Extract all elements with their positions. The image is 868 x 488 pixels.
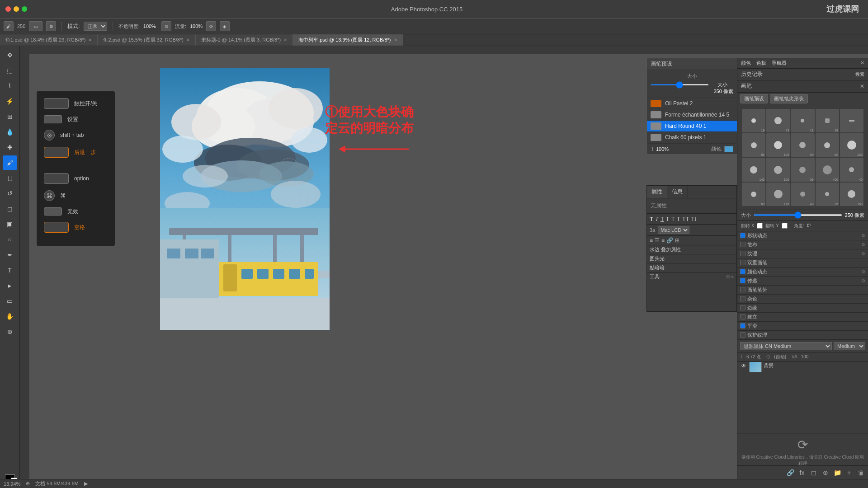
- brush-tip-18[interactable]: 25: [816, 183, 839, 206]
- zoom-level[interactable]: 13.94%: [4, 481, 20, 487]
- text-style-underline[interactable]: T: [660, 216, 664, 222]
- space-key[interactable]: [44, 222, 69, 233]
- magic-wand-tool[interactable]: ⚡: [3, 94, 17, 108]
- noise-check[interactable]: [740, 296, 745, 301]
- flow-value[interactable]: 100%: [190, 23, 203, 29]
- text-style-subscript[interactable]: T: [677, 216, 680, 222]
- eye-icon-7[interactable]: 👁: [740, 362, 747, 370]
- tab-close-0[interactable]: ✕: [88, 38, 92, 42]
- tablet-icon[interactable]: ⟳: [206, 21, 216, 31]
- move-tool[interactable]: ✥: [3, 48, 17, 62]
- flip-x-label[interactable]: 翻转 X: [741, 223, 754, 229]
- align-right-icon[interactable]: ≡: [661, 237, 665, 244]
- brush-tip-15[interactable]: 50: [742, 183, 765, 206]
- tab-swatches[interactable]: 色板: [756, 60, 766, 66]
- stamp-tool[interactable]: ⎕: [3, 171, 17, 185]
- brush-tip-4[interactable]: [840, 109, 863, 132]
- font-family-select[interactable]: 思源黑体 CN Medium: [740, 342, 832, 350]
- add-mask-btn[interactable]: ◻: [809, 468, 818, 477]
- airbrush-icon[interactable]: ⊙: [161, 21, 171, 31]
- brush-tip-16[interactable]: 175: [766, 183, 790, 206]
- brush-tip-3[interactable]: 18: [816, 109, 839, 132]
- text-style-superscript[interactable]: T: [671, 216, 675, 222]
- brush-option-noise[interactable]: 杂色: [737, 295, 868, 304]
- path-selection-tool[interactable]: ▸: [3, 278, 17, 293]
- brush-tip-9[interactable]: 250: [840, 133, 863, 157]
- settings-key[interactable]: [44, 115, 62, 123]
- text-style-italic[interactable]: T: [655, 216, 659, 222]
- flip-y-label[interactable]: 翻转 Y: [765, 223, 778, 229]
- protect-texture-check[interactable]: [740, 332, 745, 338]
- close-button[interactable]: [5, 6, 11, 12]
- size-slider[interactable]: [754, 214, 842, 216]
- option-key[interactable]: [44, 173, 69, 184]
- brush-option-build-up[interactable]: 建立: [737, 313, 868, 322]
- canvas-area[interactable]: ①使用大色块确 定云的明暗分布: [20, 54, 737, 479]
- brush-tip-7[interactable]: 59: [791, 133, 814, 157]
- smooth-icon[interactable]: ◈: [220, 21, 230, 31]
- brush-tip-17[interactable]: 40: [791, 183, 814, 206]
- history-search[interactable]: 搜索: [855, 71, 864, 78]
- history-brush-tool[interactable]: ↺: [3, 186, 17, 201]
- brush-tip-13[interactable]: 400: [816, 158, 839, 181]
- tab-1[interactable]: 鱼2.psd @ 15.5% (图层 32, RGB/8*) ✕: [98, 34, 195, 46]
- brush-tip-2[interactable]: 11: [791, 109, 814, 132]
- brush-pose-check[interactable]: [740, 287, 745, 292]
- brush-preset-oil-pastel[interactable]: Oil Pastel 2: [647, 98, 737, 109]
- indent-icon[interactable]: ⊞: [675, 237, 679, 244]
- brush-option-color-dynamics[interactable]: 颜色动态 ⚙: [737, 267, 868, 277]
- delete-layer-btn[interactable]: 🗑: [856, 468, 865, 477]
- text-style-allcaps[interactable]: TT: [682, 216, 689, 222]
- lasso-tool[interactable]: ⌇: [3, 79, 17, 93]
- new-group-btn[interactable]: 📁: [833, 468, 842, 477]
- zoom-tool[interactable]: ⊕: [3, 324, 17, 339]
- text-style-bold[interactable]: T: [650, 216, 653, 222]
- flip-y-check[interactable]: [782, 223, 788, 229]
- dodge-tool[interactable]: ○: [3, 232, 17, 247]
- invalid-key[interactable]: [44, 207, 62, 216]
- props-tab-attrs[interactable]: 属性: [647, 186, 667, 198]
- build-up-check[interactable]: [740, 314, 745, 319]
- brush-option-protect-texture[interactable]: 保护纹理: [737, 331, 868, 340]
- brush-tip-1[interactable]: 63: [766, 109, 790, 132]
- maximize-button[interactable]: [22, 6, 27, 12]
- scatter-check[interactable]: [740, 242, 745, 247]
- canvas-document[interactable]: ①使用大色块确 定云的明暗分布: [160, 68, 330, 330]
- props-tab-info[interactable]: 信息: [667, 186, 688, 198]
- tab-color[interactable]: 颜色: [741, 60, 751, 66]
- brush-option-smoothing[interactable]: 平滑: [737, 322, 868, 331]
- color-swatch[interactable]: [724, 146, 733, 152]
- shift-tab-key[interactable]: ⊙: [44, 130, 55, 141]
- brush-option-wet-edges[interactable]: 边缘: [737, 304, 868, 313]
- painting-canvas[interactable]: [160, 68, 330, 330]
- brush-tip-btn[interactable]: 画笔笔尖形状: [770, 94, 808, 103]
- minimize-button[interactable]: [14, 6, 19, 12]
- eraser-tool[interactable]: ◻: [3, 202, 17, 216]
- brush-tip-6[interactable]: 100: [766, 133, 790, 157]
- tab-3[interactable]: 海中列车.psd @ 13.9% (图层 12, RGB/8*) ✕: [293, 34, 403, 46]
- aa-select[interactable]: Mac LCD: [658, 226, 689, 234]
- crop-tool[interactable]: ⊞: [3, 109, 17, 124]
- brush-size-slider[interactable]: [651, 84, 709, 85]
- align-center-icon[interactable]: ☰: [655, 237, 660, 244]
- align-left-icon[interactable]: ≡: [650, 237, 653, 244]
- undo-key[interactable]: [44, 147, 69, 158]
- marquee-tool[interactable]: ⬚: [3, 63, 17, 78]
- flip-x-check[interactable]: [757, 223, 763, 229]
- wet-edges-check[interactable]: [740, 305, 745, 310]
- color-dynamics-check[interactable]: [740, 269, 745, 274]
- brush-tip-5[interactable]: 55: [742, 133, 765, 157]
- brush-tool-icon[interactable]: 🖌: [4, 21, 14, 31]
- brush-tip-11[interactable]: 160: [766, 158, 790, 181]
- tab-0[interactable]: 鱼1.psd @ 18.4% (图层 29, RGB/8*) ✕: [0, 34, 98, 46]
- brush-tip-8[interactable]: 50: [816, 133, 839, 157]
- pen-tool[interactable]: ✒: [3, 248, 17, 262]
- new-layer-btn[interactable]: +: [844, 468, 854, 477]
- mode-select[interactable]: 正常: [84, 22, 107, 31]
- brush-tip-12[interactable]: 59: [791, 158, 814, 181]
- brush-presets-btn[interactable]: 画笔预设: [740, 94, 768, 103]
- brush-option-transfer[interactable]: 传递 ⚙: [737, 277, 868, 286]
- tool-property[interactable]: 工具 ⊞ ≡: [647, 272, 736, 281]
- brush-tip-14[interactable]: 40: [840, 158, 863, 181]
- brush-size-value[interactable]: 250: [17, 23, 25, 29]
